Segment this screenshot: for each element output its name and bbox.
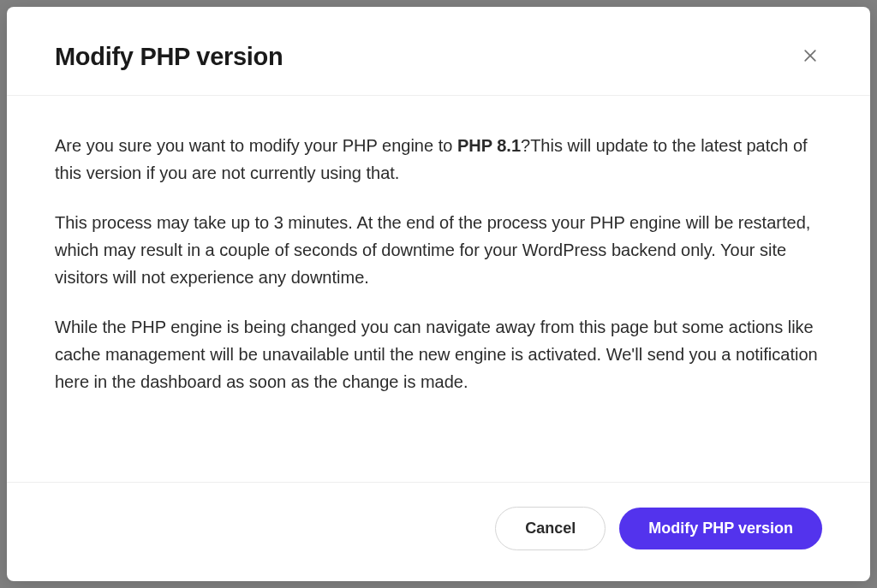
confirm-paragraph: Are you sure you want to modify your PHP… bbox=[55, 132, 822, 187]
confirm-prefix: Are you sure you want to modify your PHP… bbox=[55, 136, 457, 155]
close-icon bbox=[802, 47, 819, 67]
modify-php-modal: Modify PHP version Are you sure you want… bbox=[7, 7, 870, 581]
modal-footer: Cancel Modify PHP version bbox=[7, 482, 870, 581]
modal-header: Modify PHP version bbox=[7, 7, 870, 96]
confirm-button[interactable]: Modify PHP version bbox=[619, 508, 822, 549]
modal-overlay: Modify PHP version Are you sure you want… bbox=[0, 0, 877, 588]
modal-body: Are you sure you want to modify your PHP… bbox=[7, 96, 870, 482]
navigation-paragraph: While the PHP engine is being changed yo… bbox=[55, 313, 822, 395]
modal-title: Modify PHP version bbox=[55, 43, 283, 71]
php-version-text: PHP 8.1 bbox=[457, 136, 521, 155]
process-paragraph: This process may take up to 3 minutes. A… bbox=[55, 209, 822, 291]
cancel-button[interactable]: Cancel bbox=[495, 507, 606, 550]
close-button[interactable] bbox=[798, 44, 822, 70]
